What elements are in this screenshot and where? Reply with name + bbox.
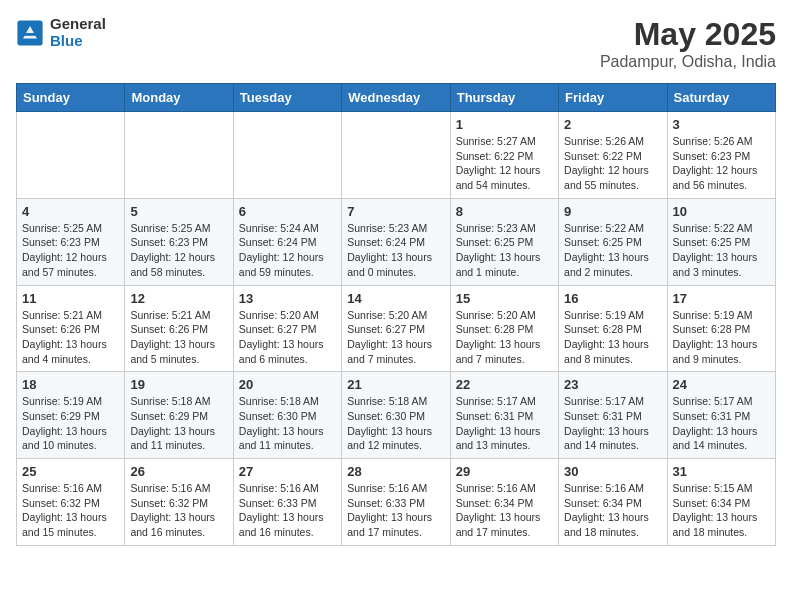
day-info: Sunrise: 5:15 AM Sunset: 6:34 PM Dayligh… bbox=[673, 481, 770, 540]
day-number: 16 bbox=[564, 291, 661, 306]
day-info: Sunrise: 5:23 AM Sunset: 6:24 PM Dayligh… bbox=[347, 221, 444, 280]
calendar-cell: 8 Sunrise: 5:23 AM Sunset: 6:25 PM Dayli… bbox=[450, 198, 558, 285]
calendar-cell: 3 Sunrise: 5:26 AM Sunset: 6:23 PM Dayli… bbox=[667, 112, 775, 199]
day-info: Sunrise: 5:20 AM Sunset: 6:27 PM Dayligh… bbox=[347, 308, 444, 367]
day-number: 8 bbox=[456, 204, 553, 219]
weekday-header-monday: Monday bbox=[125, 84, 233, 112]
day-info: Sunrise: 5:26 AM Sunset: 6:22 PM Dayligh… bbox=[564, 134, 661, 193]
day-number: 9 bbox=[564, 204, 661, 219]
day-number: 17 bbox=[673, 291, 770, 306]
day-info: Sunrise: 5:26 AM Sunset: 6:23 PM Dayligh… bbox=[673, 134, 770, 193]
calendar-cell: 15 Sunrise: 5:20 AM Sunset: 6:28 PM Dayl… bbox=[450, 285, 558, 372]
day-info: Sunrise: 5:27 AM Sunset: 6:22 PM Dayligh… bbox=[456, 134, 553, 193]
day-info: Sunrise: 5:17 AM Sunset: 6:31 PM Dayligh… bbox=[456, 394, 553, 453]
calendar-cell: 9 Sunrise: 5:22 AM Sunset: 6:25 PM Dayli… bbox=[559, 198, 667, 285]
calendar-cell: 25 Sunrise: 5:16 AM Sunset: 6:32 PM Dayl… bbox=[17, 459, 125, 546]
day-info: Sunrise: 5:24 AM Sunset: 6:24 PM Dayligh… bbox=[239, 221, 336, 280]
day-info: Sunrise: 5:25 AM Sunset: 6:23 PM Dayligh… bbox=[130, 221, 227, 280]
day-number: 21 bbox=[347, 377, 444, 392]
day-info: Sunrise: 5:16 AM Sunset: 6:32 PM Dayligh… bbox=[22, 481, 119, 540]
calendar-cell: 29 Sunrise: 5:16 AM Sunset: 6:34 PM Dayl… bbox=[450, 459, 558, 546]
day-info: Sunrise: 5:17 AM Sunset: 6:31 PM Dayligh… bbox=[673, 394, 770, 453]
day-number: 1 bbox=[456, 117, 553, 132]
day-number: 11 bbox=[22, 291, 119, 306]
week-row-5: 25 Sunrise: 5:16 AM Sunset: 6:32 PM Dayl… bbox=[17, 459, 776, 546]
calendar-cell: 31 Sunrise: 5:15 AM Sunset: 6:34 PM Dayl… bbox=[667, 459, 775, 546]
calendar-cell: 2 Sunrise: 5:26 AM Sunset: 6:22 PM Dayli… bbox=[559, 112, 667, 199]
day-number: 22 bbox=[456, 377, 553, 392]
day-info: Sunrise: 5:22 AM Sunset: 6:25 PM Dayligh… bbox=[564, 221, 661, 280]
day-number: 29 bbox=[456, 464, 553, 479]
week-row-2: 4 Sunrise: 5:25 AM Sunset: 6:23 PM Dayli… bbox=[17, 198, 776, 285]
calendar-cell: 13 Sunrise: 5:20 AM Sunset: 6:27 PM Dayl… bbox=[233, 285, 341, 372]
location-title: Padampur, Odisha, India bbox=[600, 53, 776, 71]
calendar-cell: 28 Sunrise: 5:16 AM Sunset: 6:33 PM Dayl… bbox=[342, 459, 450, 546]
day-info: Sunrise: 5:19 AM Sunset: 6:28 PM Dayligh… bbox=[564, 308, 661, 367]
header: General Blue May 2025 Padampur, Odisha, … bbox=[16, 16, 776, 71]
week-row-4: 18 Sunrise: 5:19 AM Sunset: 6:29 PM Dayl… bbox=[17, 372, 776, 459]
day-number: 14 bbox=[347, 291, 444, 306]
logo: General Blue bbox=[16, 16, 106, 49]
svg-rect-2 bbox=[23, 33, 37, 36]
calendar-cell: 14 Sunrise: 5:20 AM Sunset: 6:27 PM Dayl… bbox=[342, 285, 450, 372]
calendar-cell: 23 Sunrise: 5:17 AM Sunset: 6:31 PM Dayl… bbox=[559, 372, 667, 459]
calendar-cell bbox=[233, 112, 341, 199]
day-info: Sunrise: 5:20 AM Sunset: 6:28 PM Dayligh… bbox=[456, 308, 553, 367]
calendar-cell: 12 Sunrise: 5:21 AM Sunset: 6:26 PM Dayl… bbox=[125, 285, 233, 372]
weekday-header-sunday: Sunday bbox=[17, 84, 125, 112]
weekday-header-tuesday: Tuesday bbox=[233, 84, 341, 112]
title-area: May 2025 Padampur, Odisha, India bbox=[600, 16, 776, 71]
day-number: 6 bbox=[239, 204, 336, 219]
calendar-cell: 11 Sunrise: 5:21 AM Sunset: 6:26 PM Dayl… bbox=[17, 285, 125, 372]
calendar-cell bbox=[342, 112, 450, 199]
calendar-cell: 24 Sunrise: 5:17 AM Sunset: 6:31 PM Dayl… bbox=[667, 372, 775, 459]
calendar-cell: 5 Sunrise: 5:25 AM Sunset: 6:23 PM Dayli… bbox=[125, 198, 233, 285]
day-number: 7 bbox=[347, 204, 444, 219]
day-info: Sunrise: 5:16 AM Sunset: 6:34 PM Dayligh… bbox=[456, 481, 553, 540]
weekday-header-wednesday: Wednesday bbox=[342, 84, 450, 112]
day-info: Sunrise: 5:16 AM Sunset: 6:34 PM Dayligh… bbox=[564, 481, 661, 540]
day-number: 3 bbox=[673, 117, 770, 132]
day-info: Sunrise: 5:18 AM Sunset: 6:30 PM Dayligh… bbox=[347, 394, 444, 453]
calendar-cell bbox=[17, 112, 125, 199]
calendar-cell: 30 Sunrise: 5:16 AM Sunset: 6:34 PM Dayl… bbox=[559, 459, 667, 546]
calendar-cell: 22 Sunrise: 5:17 AM Sunset: 6:31 PM Dayl… bbox=[450, 372, 558, 459]
day-number: 28 bbox=[347, 464, 444, 479]
logo-general-text: General bbox=[50, 16, 106, 33]
calendar-cell: 17 Sunrise: 5:19 AM Sunset: 6:28 PM Dayl… bbox=[667, 285, 775, 372]
day-number: 19 bbox=[130, 377, 227, 392]
day-info: Sunrise: 5:19 AM Sunset: 6:29 PM Dayligh… bbox=[22, 394, 119, 453]
calendar-cell: 19 Sunrise: 5:18 AM Sunset: 6:29 PM Dayl… bbox=[125, 372, 233, 459]
day-number: 5 bbox=[130, 204, 227, 219]
week-row-3: 11 Sunrise: 5:21 AM Sunset: 6:26 PM Dayl… bbox=[17, 285, 776, 372]
calendar-cell: 6 Sunrise: 5:24 AM Sunset: 6:24 PM Dayli… bbox=[233, 198, 341, 285]
calendar-cell: 16 Sunrise: 5:19 AM Sunset: 6:28 PM Dayl… bbox=[559, 285, 667, 372]
calendar-cell: 27 Sunrise: 5:16 AM Sunset: 6:33 PM Dayl… bbox=[233, 459, 341, 546]
logo-text: General Blue bbox=[50, 16, 106, 49]
day-number: 26 bbox=[130, 464, 227, 479]
day-info: Sunrise: 5:25 AM Sunset: 6:23 PM Dayligh… bbox=[22, 221, 119, 280]
calendar-cell bbox=[125, 112, 233, 199]
day-info: Sunrise: 5:21 AM Sunset: 6:26 PM Dayligh… bbox=[22, 308, 119, 367]
month-title: May 2025 bbox=[600, 16, 776, 53]
calendar-table: SundayMondayTuesdayWednesdayThursdayFrid… bbox=[16, 83, 776, 546]
day-info: Sunrise: 5:20 AM Sunset: 6:27 PM Dayligh… bbox=[239, 308, 336, 367]
day-number: 12 bbox=[130, 291, 227, 306]
day-number: 2 bbox=[564, 117, 661, 132]
calendar-cell: 21 Sunrise: 5:18 AM Sunset: 6:30 PM Dayl… bbox=[342, 372, 450, 459]
logo-blue-text: Blue bbox=[50, 33, 106, 50]
day-number: 13 bbox=[239, 291, 336, 306]
calendar-cell: 18 Sunrise: 5:19 AM Sunset: 6:29 PM Dayl… bbox=[17, 372, 125, 459]
calendar-cell: 4 Sunrise: 5:25 AM Sunset: 6:23 PM Dayli… bbox=[17, 198, 125, 285]
day-info: Sunrise: 5:23 AM Sunset: 6:25 PM Dayligh… bbox=[456, 221, 553, 280]
calendar-cell: 26 Sunrise: 5:16 AM Sunset: 6:32 PM Dayl… bbox=[125, 459, 233, 546]
day-info: Sunrise: 5:18 AM Sunset: 6:29 PM Dayligh… bbox=[130, 394, 227, 453]
day-info: Sunrise: 5:19 AM Sunset: 6:28 PM Dayligh… bbox=[673, 308, 770, 367]
day-info: Sunrise: 5:16 AM Sunset: 6:33 PM Dayligh… bbox=[239, 481, 336, 540]
calendar-cell: 20 Sunrise: 5:18 AM Sunset: 6:30 PM Dayl… bbox=[233, 372, 341, 459]
day-number: 18 bbox=[22, 377, 119, 392]
calendar-cell: 10 Sunrise: 5:22 AM Sunset: 6:25 PM Dayl… bbox=[667, 198, 775, 285]
day-info: Sunrise: 5:22 AM Sunset: 6:25 PM Dayligh… bbox=[673, 221, 770, 280]
day-number: 20 bbox=[239, 377, 336, 392]
day-number: 30 bbox=[564, 464, 661, 479]
